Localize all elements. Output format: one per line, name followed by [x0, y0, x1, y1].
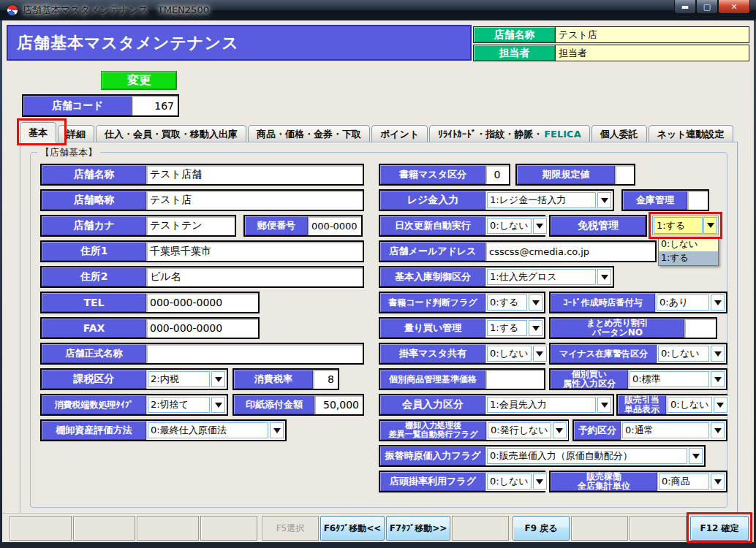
dropdown-arrow-icon[interactable]	[714, 397, 727, 413]
fkey-button-f11[interactable]	[630, 516, 687, 541]
reservation-kubun-select[interactable]: 0:通常	[621, 421, 726, 440]
dropdown-arrow-icon[interactable]	[689, 448, 703, 464]
fkey-button-f8[interactable]	[452, 516, 509, 541]
dropdown-arrow-icon[interactable]	[533, 346, 547, 362]
dropdown-arrow-icon[interactable]	[597, 192, 611, 208]
sales-allocation-row: 販売引当 単品表示 0:しない	[616, 394, 727, 416]
code-store-number-select[interactable]: 0:あり	[655, 293, 726, 312]
store-abbr-input[interactable]: テスト店	[146, 191, 363, 210]
dropdown-arrow-icon[interactable]	[711, 473, 725, 490]
change-mode-button[interactable]: 変更	[101, 71, 177, 90]
register-cash-select[interactable]: 1:レジ金一括入力	[485, 191, 613, 210]
dropdown-option-1[interactable]: 1:する	[659, 251, 718, 265]
tel-input[interactable]: 000-000-0000	[146, 293, 258, 312]
book-code-flag-select[interactable]: 0:する	[485, 293, 544, 312]
dropdown-arrow-icon[interactable]	[211, 371, 225, 387]
close-icon[interactable]: ✕	[718, 0, 750, 14]
individual-item-price-input[interactable]	[485, 370, 544, 389]
term-value-input[interactable]	[615, 165, 634, 184]
fkey-button-f2[interactable]	[73, 516, 135, 541]
daily-update-select[interactable]: 0:しない	[485, 216, 548, 235]
sales-allocation-select[interactable]: 0:しない	[666, 395, 729, 414]
dropdown-arrow-icon[interactable]	[529, 294, 543, 311]
safe-mgmt-input[interactable]	[687, 191, 708, 210]
dropdown-arrow-icon[interactable]	[553, 422, 567, 438]
dropdown-arrow-icon[interactable]	[533, 473, 547, 490]
tab-item-price[interactable]: 商品・価格・金券・下取	[248, 125, 370, 142]
weighing-purchase-select[interactable]: 1:する	[485, 319, 544, 338]
dropdown-option-0[interactable]: 0:しない	[659, 237, 718, 251]
store-code-input[interactable]: 167	[132, 96, 178, 115]
minimize-icon[interactable]: ▬	[674, 0, 696, 14]
address1-input[interactable]: 千葉県千葉市	[146, 242, 363, 261]
transfer-cost-flag-label: 振替時原価入力フラグ	[380, 446, 485, 465]
book-master-kubun-row: 書籍マスタ区分 0	[379, 164, 510, 186]
tel-row: TEL 000-000-0000	[40, 292, 260, 313]
page-title: 店舗基本マスタメンテナンス	[8, 32, 239, 54]
fkey-button-f4[interactable]	[200, 516, 257, 541]
dropdown-arrow-icon[interactable]	[533, 218, 547, 234]
tax-free-dropdown-list: 0:しない 1:する	[658, 237, 719, 266]
dropdown-arrow-icon[interactable]	[711, 294, 725, 311]
dropdown-arrow-icon[interactable]	[270, 422, 284, 438]
dropdown-arrow-icon[interactable]	[597, 397, 611, 413]
tax-kubun-select[interactable]: 2:内税	[146, 370, 227, 389]
address2-input[interactable]: ビル名	[146, 267, 363, 286]
sales-operation-unit-select[interactable]: 0:商品	[657, 472, 726, 491]
fkey-button-f6-tab-prev[interactable]: F6ﾀﾌﾞ移動<<	[320, 516, 385, 541]
store-email-input[interactable]: csscss@cmedia.co.jp	[485, 242, 655, 261]
dropdown-arrow-icon[interactable]	[529, 320, 543, 336]
store-rate-flag-label: 店頭掛率利用フラグ	[380, 472, 485, 491]
transfer-cost-flag-select[interactable]: 0:販売単価入力（原価自動配分）	[485, 446, 704, 465]
tax-rounding-select[interactable]: 2:切捨て	[146, 395, 227, 414]
sales-operation-unit-label: 販売稼働 全店集計単位	[551, 472, 657, 491]
rate-master-share-select[interactable]: 0:しない	[485, 344, 548, 363]
tab-point[interactable]: ポイント	[371, 125, 428, 142]
bulk-discount-input[interactable]	[684, 319, 716, 338]
store-name-info-value[interactable]: テスト店	[556, 27, 749, 42]
tab-purchase-member[interactable]: 仕入・会員・買取・移動入出庫	[96, 125, 246, 142]
app-window: 店舗基本マスタメンテナンス TMEN2500 ▬ ▢ ✕ 店舗基本マスタメンテナ…	[0, 0, 756, 548]
store-name-input[interactable]: テスト店舗	[146, 165, 363, 184]
store-name-info-row: 店舗名称 テスト店	[473, 26, 749, 43]
dropdown-arrow-icon[interactable]	[711, 422, 725, 438]
stamp-amount-input[interactable]: 50,000	[314, 395, 363, 414]
book-master-kubun-input[interactable]: 0	[485, 165, 509, 184]
tab-personal-consignment[interactable]: 個人委託	[591, 125, 647, 142]
member-input-select[interactable]: 1:会員先入力	[485, 395, 613, 414]
fkey-button-f9-back[interactable]: F9 戻る	[513, 516, 570, 541]
tab-rewrite-card-felica[interactable]: ﾘﾗｲﾄｶｰﾄﾞ・指紋・静脈・FELICA	[429, 125, 589, 142]
fkey-button-f12-confirm[interactable]: F12 確定	[690, 516, 749, 541]
dropdown-arrow-icon[interactable]	[711, 371, 725, 387]
postal-code-input[interactable]: 000-0000	[308, 216, 361, 235]
stock-in-ctrl-select[interactable]: 1:仕入先グロス	[485, 267, 613, 286]
store-kana-input[interactable]: テストテン	[146, 216, 235, 235]
tax-free-label: 免税管理	[551, 216, 646, 235]
inventory-diff-flag-select[interactable]: 0:発行しない	[486, 421, 568, 440]
tab-net-link-settings[interactable]: ネット連動設定	[649, 125, 733, 142]
individual-attr-select[interactable]: 0:標準	[628, 370, 726, 389]
tab-basic[interactable]: 基本	[20, 122, 56, 142]
inventory-valuation-select[interactable]: 0:最終仕入原価法	[146, 421, 285, 440]
tax-free-select[interactable]: 1:する	[652, 216, 719, 235]
fkey-button-f3[interactable]	[137, 516, 199, 541]
minus-stock-warning-select[interactable]: 0:しない	[657, 344, 726, 363]
dropdown-arrow-icon[interactable]	[703, 217, 717, 234]
fkey-button-f7-tab-next[interactable]: F7ﾀﾌﾞ移動>>	[386, 516, 450, 541]
staff-info-value[interactable]: 担当者	[556, 45, 749, 61]
fkey-button-f10[interactable]	[571, 516, 628, 541]
tab-detail[interactable]: 詳細	[58, 125, 94, 142]
store-rate-flag-select[interactable]: 0:しない	[485, 472, 548, 491]
store-name-row: 店舗名称 テスト店舗	[40, 164, 364, 186]
fax-input[interactable]: 000-000-0000	[146, 319, 258, 338]
dropdown-arrow-icon[interactable]	[711, 346, 725, 362]
maximize-icon[interactable]: ▢	[696, 0, 718, 14]
weighing-purchase-row: 量り買い管理 1:する	[379, 317, 545, 339]
tax-rate-input[interactable]: 8	[313, 370, 338, 389]
rate-master-share-label: 掛率マスタ共有	[380, 344, 485, 363]
official-name-input[interactable]	[146, 344, 363, 363]
fkey-button-f5-select[interactable]: F5選択	[262, 516, 319, 541]
fkey-button-f1[interactable]	[10, 516, 72, 541]
dropdown-arrow-icon[interactable]	[597, 269, 611, 285]
dropdown-arrow-icon[interactable]	[211, 397, 225, 413]
